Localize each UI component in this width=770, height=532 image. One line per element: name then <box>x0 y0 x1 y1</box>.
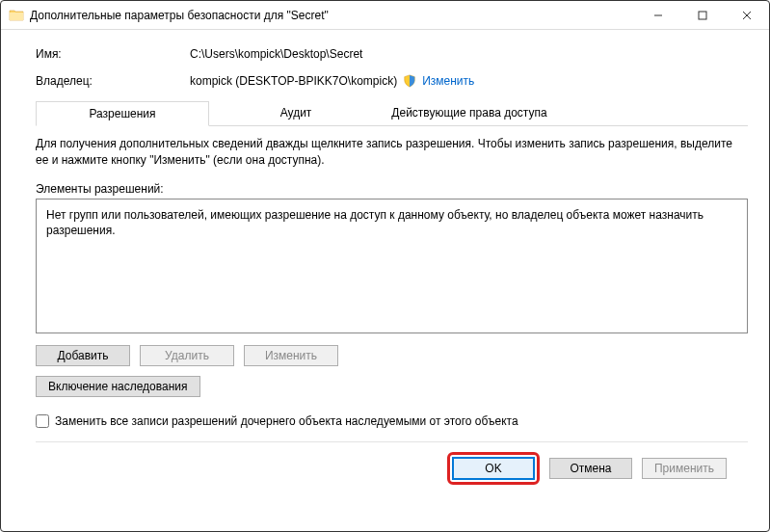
window-title: Дополнительные параметры безопасности дл… <box>30 9 636 22</box>
name-value: C:\Users\kompick\Desktop\Secret <box>190 47 362 61</box>
replace-child-permissions-label: Заменить все записи разрешений дочернего… <box>55 414 518 428</box>
owner-label: Владелец: <box>36 74 190 88</box>
tab-permissions[interactable]: Разрешения <box>36 101 209 126</box>
maximize-button[interactable] <box>680 1 725 30</box>
close-button[interactable] <box>725 1 769 30</box>
owner-value: kompick (DESKTOP-BPIKK7O\kompick) <box>190 74 397 88</box>
folder-icon <box>9 8 24 23</box>
replace-child-permissions-checkbox[interactable] <box>36 414 49 428</box>
shield-icon <box>403 74 416 88</box>
edit-button: Изменить <box>244 345 338 366</box>
tab-audit[interactable]: Аудит <box>209 101 383 125</box>
remove-button: Удалить <box>140 345 234 366</box>
window-controls <box>636 1 769 30</box>
permission-list-empty-text: Нет групп или пользователей, имеющих раз… <box>46 208 704 237</box>
ok-highlight: OK <box>447 452 540 485</box>
minimize-button[interactable] <box>636 1 680 30</box>
change-owner-link[interactable]: Изменить <box>422 74 474 88</box>
tab-effective-access[interactable]: Действующие права доступа <box>383 101 556 125</box>
tabs: Разрешения Аудит Действующие права досту… <box>36 101 748 126</box>
separator <box>36 441 748 442</box>
hint-text: Для получения дополнительных сведений дв… <box>36 136 748 169</box>
ok-button[interactable]: OK <box>452 457 535 480</box>
enable-inheritance-button[interactable]: Включение наследования <box>36 376 200 397</box>
svg-rect-1 <box>699 12 706 19</box>
titlebar: Дополнительные параметры безопасности дл… <box>1 1 769 30</box>
apply-button: Применить <box>642 458 727 479</box>
cancel-button[interactable]: Отмена <box>549 458 632 479</box>
name-label: Имя: <box>36 47 190 61</box>
permission-entries-label: Элементы разрешений: <box>36 182 748 196</box>
permission-entries-list[interactable]: Нет групп или пользователей, имеющих раз… <box>36 199 748 333</box>
add-button[interactable]: Добавить <box>36 345 130 366</box>
